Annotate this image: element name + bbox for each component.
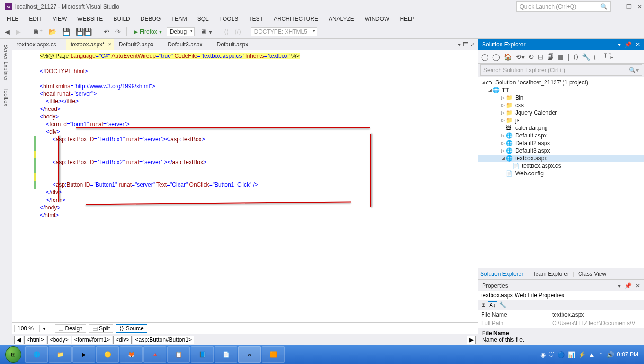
prop-row[interactable]: File Nametextbox.aspx <box>478 310 644 319</box>
tree-node[interactable]: ▷🌐Default.aspx <box>478 132 644 139</box>
tray-icon[interactable]: ⚡ <box>578 351 586 358</box>
firefox-icon[interactable]: 🦊 <box>120 346 143 363</box>
split-icon[interactable]: 🗖 <box>463 41 468 48</box>
explorer-tab[interactable]: Class View <box>578 271 606 277</box>
ie-icon[interactable]: 🌐 <box>25 346 48 363</box>
menu-tools[interactable]: TOOLS <box>215 14 243 24</box>
tree-node[interactable]: ▷🌐Default3.aspx <box>478 147 644 155</box>
vs-taskbar-icon[interactable]: ∞ <box>238 346 261 363</box>
bc-form[interactable]: <form#form1> <box>72 336 112 344</box>
solution-search-input[interactable]: Search Solution Explorer (Ctrl+;)🔍▾ <box>480 64 642 76</box>
bc-prev[interactable]: ◀ <box>14 336 23 344</box>
app2-icon[interactable]: 📘 <box>191 346 214 363</box>
design-view-button[interactable]: ◫ Design <box>55 324 86 333</box>
tree-node[interactable]: 🖼calendar.png <box>478 124 644 132</box>
tab-dropdown-icon[interactable]: ▾ <box>458 41 461 48</box>
menu-edit[interactable]: EDIT <box>24 14 46 24</box>
format-icon[interactable]: ⟨⟩ <box>222 27 231 36</box>
flag-icon[interactable]: 🏳 <box>598 351 604 358</box>
show-all-icon[interactable]: 🗐 <box>547 53 554 61</box>
menu-file[interactable]: FILE <box>2 14 23 24</box>
code-editor[interactable]: <%@ Page Language="C#" AutoEventWireup="… <box>12 50 478 322</box>
pin-icon[interactable]: 📌 <box>625 41 632 48</box>
project-node[interactable]: ◢🌐TT <box>478 86 644 94</box>
panel-menu-icon[interactable]: ▾ <box>618 41 621 48</box>
menu-analyze[interactable]: ANALYZE <box>324 14 359 24</box>
new-project-icon[interactable]: 🗎⁺ <box>31 27 45 36</box>
menu-team[interactable]: TEAM <box>166 14 191 24</box>
menu-build[interactable]: BUILD <box>108 14 134 24</box>
refresh-icon[interactable]: ↻ <box>528 53 534 61</box>
solution-tree[interactable]: ◢🗃Solution 'localhost_21127' (1 project)… <box>478 77 644 268</box>
tree-node[interactable]: ▷📁Jquery Calender <box>478 109 644 117</box>
bc-body[interactable]: <body> <box>47 336 71 344</box>
window-icon[interactable]: ▢ <box>594 53 600 61</box>
editor-tab[interactable]: textbox.aspx.cs <box>12 39 66 50</box>
zoom-dropdown[interactable]: 100 % <box>14 325 40 332</box>
maximize-button[interactable]: ❐ <box>626 3 632 10</box>
menu-website[interactable]: WEBSITE <box>72 14 107 24</box>
solution-root[interactable]: ◢🗃Solution 'localhost_21127' (1 project) <box>478 79 644 86</box>
explorer-tab[interactable]: Solution Explorer <box>480 271 523 277</box>
config-dropdown[interactable]: Debug <box>167 27 195 36</box>
open-icon[interactable]: 📂 <box>46 27 58 36</box>
explorer-icon[interactable]: 📁 <box>49 346 72 363</box>
close-button[interactable]: ✕ <box>637 3 642 10</box>
clock[interactable]: 9:07 PM <box>617 351 638 358</box>
tree-node[interactable]: ◢🌐textbox.aspx <box>478 155 644 162</box>
run-button[interactable]: ▶ Firefox ▾ <box>131 27 165 36</box>
bc-div[interactable]: <div> <box>113 336 132 344</box>
vlc-icon[interactable]: 🔺 <box>143 346 166 363</box>
diagram-icon[interactable]: ⿺▾ <box>604 53 614 61</box>
chrome-icon[interactable]: 🟡 <box>96 346 119 363</box>
preview-icon[interactable]: ▥ <box>558 53 564 61</box>
tray-icon[interactable]: 📊 <box>568 351 575 358</box>
explorer-tab[interactable]: Team Explorer <box>533 271 569 277</box>
source-view-button[interactable]: ⟨⟩ Source <box>116 324 147 333</box>
tree-node[interactable]: ▷📁css <box>478 101 644 109</box>
redo-icon[interactable]: ↷ <box>113 27 123 36</box>
menu-help[interactable]: HELP <box>395 14 419 24</box>
forward-button[interactable]: ▶ <box>14 27 23 36</box>
tree-node[interactable]: 📄Web.config <box>478 170 644 177</box>
save-icon[interactable]: 💾 <box>60 27 72 36</box>
tray-icon[interactable]: 🔵 <box>557 351 565 358</box>
tree-node[interactable]: 📄textbox.aspx.cs <box>478 162 644 170</box>
quick-launch-input[interactable]: Quick Launch (Ctrl+Q) 🔍 <box>516 1 611 12</box>
media-icon[interactable]: ▶ <box>72 346 95 363</box>
tray-icon[interactable]: ◉ <box>540 351 546 358</box>
undo-icon[interactable]: ↶ <box>102 27 111 36</box>
bc-button[interactable]: <asp:Button#Button1> <box>133 336 194 344</box>
home-icon[interactable]: 🏠 <box>504 53 512 61</box>
menu-debug[interactable]: DEBUG <box>136 14 166 24</box>
menu-view[interactable]: VIEW <box>48 14 72 24</box>
app-icon[interactable]: 📋 <box>167 346 190 363</box>
menu-window[interactable]: WINDOW <box>360 14 394 24</box>
start-button[interactable]: ⊞ <box>2 346 25 364</box>
wrench-icon[interactable]: 🔧 <box>582 53 590 61</box>
side-tab[interactable]: Server Explorer <box>1 41 11 84</box>
tray-icon[interactable]: 🛡 <box>548 351 555 358</box>
save-all-icon[interactable]: 💾💾 <box>74 27 94 36</box>
menu-sql[interactable]: SQL <box>193 14 214 24</box>
doctype-dropdown[interactable]: DOCTYPE: XHTML5 <box>251 27 317 36</box>
word-icon[interactable]: 📄 <box>215 346 237 363</box>
browser-icon[interactable]: 🖥 ▾ <box>198 27 214 36</box>
side-tab[interactable]: Toolbox <box>1 84 11 110</box>
menu-test[interactable]: TEST <box>244 14 268 24</box>
editor-tab[interactable]: Default.aspx <box>212 39 258 50</box>
editor-tab[interactable]: textbox.aspx* <box>66 39 114 50</box>
back-nav-icon[interactable]: ◯ <box>481 53 489 61</box>
collapse-icon[interactable]: ⊟ <box>538 53 544 61</box>
bc-next[interactable]: ▶ <box>467 336 476 344</box>
split-view-button[interactable]: ▤ Split <box>89 324 114 333</box>
bc-html[interactable]: <html> <box>24 336 46 344</box>
minimize-button[interactable]: ─ <box>617 3 621 10</box>
alphabetical-icon[interactable]: A↓ <box>488 301 497 309</box>
fwd-nav-icon[interactable]: ◯ <box>492 53 500 61</box>
menu-architecture[interactable]: ARCHITECTURE <box>269 14 323 24</box>
panel-close-icon[interactable]: ✕ <box>635 41 640 48</box>
categorized-icon[interactable]: ⊞ <box>481 301 486 309</box>
app3-icon[interactable]: 🟧 <box>262 346 285 363</box>
code-icon[interactable]: ⟨⟩ <box>573 53 578 61</box>
